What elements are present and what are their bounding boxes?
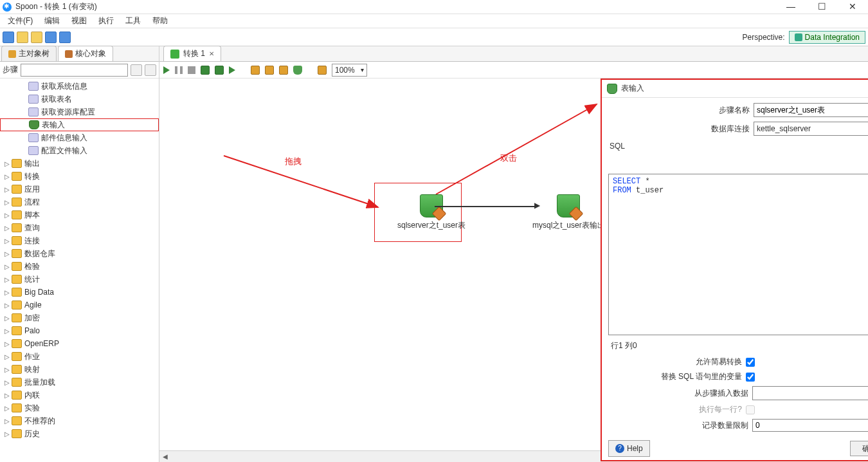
tree-folder[interactable]: ▷映射 [0,363,159,376]
menu-help[interactable]: 帮助 [147,14,173,28]
tree-folder[interactable]: ▷内联 [0,389,159,402]
minimize-button[interactable]: — [778,1,804,14]
replace-vars-checkbox[interactable] [746,373,755,382]
expand-icon[interactable]: ▷ [3,237,12,245]
menu-file[interactable]: 文件(F) [3,14,38,28]
expand-icon[interactable]: ▷ [3,160,12,167]
db-explorer-button[interactable] [293,66,302,75]
tree-folder[interactable]: ▷检验 [0,260,159,273]
expand-icon[interactable]: ▷ [3,289,12,296]
tree-folder[interactable]: ▷历史 [0,427,159,440]
steps-tree[interactable]: 获取系统信息 获取表名 获取资源库配置 表输入 邮件信息输入 配置文件输入 ▷输… [0,79,159,462]
saveas-button[interactable] [59,32,71,43]
debug-button[interactable] [215,66,224,75]
tree-item[interactable]: 获取资源库配置 [0,106,159,118]
tree-folder[interactable]: ▷批量加载 [0,376,159,389]
expand-icon[interactable]: ▷ [3,328,12,335]
expand-icon[interactable]: ▷ [3,250,12,257]
save-button[interactable] [45,32,57,43]
stop-button[interactable] [188,66,195,74]
tree-item[interactable]: 配置文件输入 [0,144,159,157]
db-connection-select[interactable]: kettle_sqlserver [754,122,868,136]
canvas[interactable]: 拖拽 双击 sqlserver之t_user表 mysql之t_user表输出 … [159,79,868,462]
tree-folder[interactable]: ▷数据仓库 [0,247,159,260]
menu-edit[interactable]: 编辑 [39,14,65,28]
open-button[interactable] [17,32,28,43]
grid-button[interactable] [318,66,327,75]
expand-icon[interactable]: ▷ [3,186,12,193]
expand-icon[interactable]: ▷ [3,392,12,399]
tree-folder[interactable]: ▷统计 [0,273,159,286]
steps-filter-input[interactable] [21,64,128,77]
tree-item[interactable]: 邮件信息输入 [0,131,159,144]
tree-folder[interactable]: ▷连接 [0,234,159,247]
expand-icon[interactable]: ▷ [3,366,12,373]
expand-icon[interactable]: ▷ [3,315,12,322]
expand-icon[interactable]: ▷ [3,302,12,309]
explore-button[interactable] [31,32,42,43]
canvas-node-target[interactable]: mysql之t_user表输出 [532,194,605,231]
scroll-left-icon[interactable]: ◀ [159,453,171,460]
expand-icon[interactable]: ▷ [3,199,12,206]
expand-icon[interactable]: ▷ [3,212,12,219]
menu-run[interactable]: 执行 [93,14,119,28]
verify-button[interactable] [251,66,260,75]
expand-icon[interactable]: ▷ [3,353,12,360]
help-button[interactable]: ?Help [608,440,650,457]
close-button[interactable]: ✕ [840,1,865,14]
expand-icon[interactable]: ▷ [3,276,12,283]
hop[interactable] [435,206,538,207]
tab-main-tree[interactable]: 主对象树 [1,46,57,61]
canvas-tab[interactable]: 转换 1 ✕ [163,46,221,61]
tree-folder[interactable]: ▷实验 [0,402,159,414]
menu-view[interactable]: 视图 [66,14,92,28]
tree-folder[interactable]: ▷加密 [0,311,159,324]
ok-button[interactable]: 确定(O) [850,441,868,456]
tree-folder[interactable]: ▷Big Data [0,286,159,299]
expand-icon[interactable]: ▷ [3,405,12,412]
expand-all-button[interactable] [131,64,142,76]
tree-folder[interactable]: ▷Palo [0,324,159,337]
tree-item[interactable]: 获取表名 [0,93,159,106]
canvas-node-source[interactable]: sqlserver之t_user表 [397,194,466,231]
step-name-input[interactable] [754,103,868,117]
tab-core-objects[interactable]: 核心对象 [58,46,113,61]
menu-tools[interactable]: 工具 [120,14,146,28]
replay-button[interactable] [229,66,235,74]
tab-close-icon[interactable]: ✕ [209,50,214,57]
expand-icon[interactable]: ▷ [3,430,12,438]
sql-textarea[interactable]: SELECT *FROM t_user [608,174,868,335]
expand-icon[interactable]: ▷ [3,418,12,425]
lazy-conversion-checkbox[interactable] [746,358,755,367]
tree-folder[interactable]: ▷OpenERP [0,337,159,350]
tree-folder[interactable]: ▷转换 [0,170,159,183]
tree-folder[interactable]: ▷作业 [0,350,159,363]
sql-button[interactable] [279,66,288,75]
expand-icon[interactable]: ▷ [3,263,12,270]
collapse-all-button[interactable] [145,64,156,76]
tree-folder[interactable]: ▷应用 [0,183,159,196]
tree-folder[interactable]: ▷流程 [0,196,159,208]
from-step-select[interactable] [752,386,868,400]
tree-folder[interactable]: ▷不推荐的 [0,414,159,427]
tree-folder[interactable]: ▷脚本 [0,208,159,221]
impact-button[interactable] [265,66,274,75]
tree-folder[interactable]: ▷Agile [0,299,159,311]
run-button[interactable] [163,66,170,74]
maximize-button[interactable]: ☐ [809,1,835,14]
tree-item-table-input[interactable]: 表输入 [0,118,159,131]
expand-icon[interactable]: ▷ [3,173,12,180]
perspective-selector[interactable]: Data Integration [789,31,865,44]
limit-input[interactable] [752,419,868,432]
pause-button[interactable] [175,66,183,74]
preview-button[interactable] [201,66,210,75]
expand-icon[interactable]: ▷ [3,340,12,347]
tree-item[interactable]: 获取系统信息 [0,80,159,93]
tree-folder[interactable]: ▷查询 [0,221,159,234]
new-button[interactable] [3,32,14,43]
expand-icon[interactable]: ▷ [3,379,12,386]
canvas-toolbar: 100% [159,62,868,79]
expand-icon[interactable]: ▷ [3,225,12,232]
zoom-select[interactable]: 100% [332,64,367,77]
tree-folder[interactable]: ▷输出 [0,157,159,170]
